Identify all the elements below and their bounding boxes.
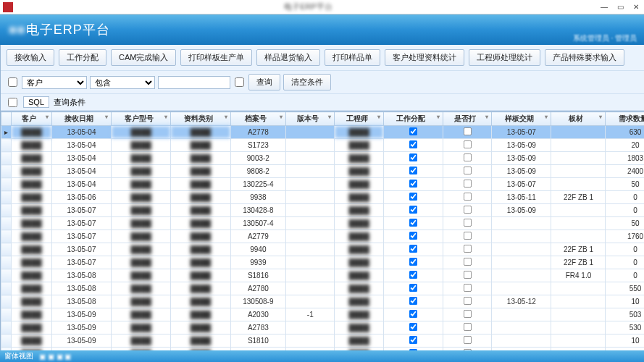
cell[interactable]: 13-05-07 [51,256,111,269]
cell-checkbox[interactable] [409,153,417,161]
cell-checkbox[interactable] [464,271,472,279]
cell[interactable]: 1803 [606,152,644,165]
cell[interactable]: 130507-4 [230,217,286,230]
cell[interactable]: 13-05-09 [51,308,111,321]
cell-checkbox[interactable] [464,284,472,292]
cell[interactable] [383,243,443,256]
filter-enable-check2[interactable] [235,77,244,87]
cell[interactable]: ████ [335,217,383,230]
cell[interactable]: 2400 [606,165,644,178]
cell[interactable]: ████ [12,243,52,256]
cell[interactable] [286,126,335,139]
cell-checkbox[interactable] [464,206,472,214]
row-handle[interactable] [1,282,12,295]
column-header[interactable]: 板材▾ [551,112,606,126]
cell[interactable]: 22F ZB 1 [551,191,606,204]
cell[interactable] [286,204,335,217]
cell-checkbox[interactable] [409,297,417,305]
cell[interactable]: S1723 [230,139,286,152]
cell[interactable]: ████ [335,321,383,334]
minimize-button[interactable]: ― [599,2,609,12]
cell[interactable]: 9939 [230,256,286,269]
cell[interactable] [551,321,606,334]
cell[interactable]: ████ [171,152,230,165]
cell-checkbox[interactable] [409,349,417,350]
table-row[interactable]: ████13-05-04████████S1723████13-05-0920 [1,139,645,152]
cell[interactable]: -1 [286,308,335,321]
cell[interactable]: ████ [112,295,171,308]
cell[interactable] [492,282,551,295]
cell[interactable]: 9808-2 [230,165,286,178]
filter-enable-check[interactable] [8,77,17,87]
cell-checkbox[interactable] [464,127,472,135]
cell[interactable]: A2783 [230,321,286,334]
cell[interactable] [551,295,606,308]
column-header[interactable]: 是否打▾ [443,112,491,126]
row-handle[interactable] [1,230,12,243]
cell[interactable]: 13-05-12 [492,295,551,308]
row-handle[interactable] [1,295,12,308]
column-header[interactable]: 客户▾ [12,112,52,126]
cell[interactable]: ████ [112,152,171,165]
cell[interactable] [492,269,551,282]
table-row[interactable]: ████13-05-08████████S1816████FR4 1.00 [1,269,645,282]
cell-checkbox[interactable] [409,284,417,292]
table-row[interactable]: ████13-05-07████████9940████22F ZB 10 [1,243,645,256]
cell[interactable] [551,139,606,152]
cell[interactable]: ████ [171,348,230,351]
cell[interactable] [443,348,491,351]
cell[interactable]: A2779 [230,230,286,243]
cell[interactable]: 13-05-07 [51,217,111,230]
table-row[interactable]: ▸████13-05-04████████A2778████13-05-0763… [1,126,645,139]
column-header[interactable]: 客户型号▾ [112,112,171,126]
table-row[interactable]: ████13-05-07████████130428-8████13-05-09… [1,204,645,217]
cell[interactable] [383,321,443,334]
cell[interactable]: 1760 [606,230,644,243]
cell[interactable]: 530 [606,321,644,334]
cell[interactable] [286,230,335,243]
cell[interactable]: ████ [12,282,52,295]
cell[interactable]: ████ [171,334,230,348]
cell[interactable]: 22F ZB 1 [551,243,606,256]
row-handle[interactable] [1,178,12,191]
cell[interactable] [443,139,491,152]
cell[interactable]: ████ [171,269,230,282]
cell[interactable]: 503 [606,308,644,321]
cell[interactable]: 13-05-08 [51,269,111,282]
cell[interactable]: ████ [112,243,171,256]
cell[interactable]: 13-05-11 [492,191,551,204]
cell[interactable]: 13-05-08 [51,282,111,295]
table-row[interactable]: ████13-05-04████████9003-2████13-05-0918… [1,152,645,165]
cell[interactable]: ████ [112,321,171,334]
cell[interactable]: 30 [606,348,644,351]
cell[interactable]: ████ [171,204,230,217]
cell[interactable]: 13-05-07 [51,243,111,256]
column-header[interactable]: 工程师▾ [335,112,383,126]
column-header[interactable]: 资料类别▾ [171,112,230,126]
table-row[interactable]: ████13-05-09████████A2783████530 [1,321,645,334]
row-handle[interactable] [1,321,12,334]
table-row[interactable]: ████13-05-08████████130508-9████13-05-12… [1,295,645,308]
cell[interactable]: A2778 [230,126,286,139]
cell[interactable]: 630 [606,126,644,139]
cell[interactable]: 0 [606,269,644,282]
cell-checkbox[interactable] [464,167,472,174]
cell[interactable] [383,308,443,321]
cell-checkbox[interactable] [409,323,417,331]
cell[interactable]: 13-05-09 [492,152,551,165]
filter-value-input[interactable] [158,76,230,89]
cell[interactable] [286,295,335,308]
cell[interactable]: 130508-9 [230,295,286,308]
cell[interactable]: S1663 [230,348,286,351]
cell[interactable] [551,217,606,230]
cell[interactable]: 0 [606,243,644,256]
table-row[interactable]: ████13-05-06████████9938████13-05-1122F … [1,191,645,204]
cell[interactable]: ████ [171,243,230,256]
cell[interactable] [383,348,443,351]
cell[interactable]: 13-05-09 [51,334,111,348]
cell[interactable] [286,282,335,295]
cell[interactable] [286,269,335,282]
cell-checkbox[interactable] [409,232,417,240]
cell[interactable]: ████ [335,243,383,256]
cell[interactable] [492,308,551,321]
